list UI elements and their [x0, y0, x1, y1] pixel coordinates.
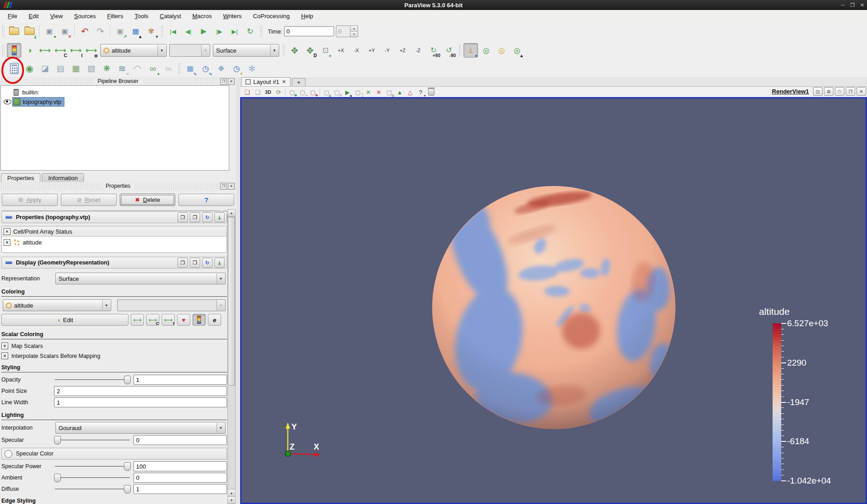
rescale-to-temporal-range-icon[interactable]: ⟷t [69, 43, 83, 58]
paste-properties-icon[interactable]: ❒ [190, 212, 200, 222]
menu-filters[interactable]: Filters [103, 11, 127, 21]
point-size-input[interactable] [54, 386, 227, 396]
close-tab-icon[interactable]: ✕ [282, 79, 286, 85]
plot-selection-over-time-icon[interactable]: ◷∿ [198, 61, 213, 76]
next-frame-icon[interactable]: |▶ [212, 24, 227, 39]
probe-plot-icon[interactable]: ❖ [214, 61, 228, 76]
save-defaults-icon[interactable]: ⤓ [214, 212, 225, 222]
panel-splitter[interactable] [236, 77, 240, 504]
interpolate-checkbox[interactable] [1, 352, 8, 359]
visibility-eye-icon[interactable] [4, 99, 11, 104]
ambient-input[interactable] [133, 473, 227, 483]
edit-legend-button[interactable]: e [208, 314, 221, 326]
color-palette-icon[interactable]: ✾▾ [144, 24, 158, 39]
play-icon[interactable]: ▶ [197, 24, 211, 39]
scrollbar-thumb[interactable] [228, 217, 235, 386]
menu-catalyst[interactable]: Catalyst [156, 11, 185, 21]
rotate-90-cw-icon[interactable]: ↻+90 [426, 43, 441, 58]
specular-power-slider[interactable] [54, 462, 131, 470]
save-defaults-icon[interactable]: ⤓ [214, 258, 225, 268]
close-panel-button[interactable]: ✕ [228, 78, 235, 85]
interpolation-select[interactable]: Gouraud▼ [55, 422, 226, 434]
selection-display-icon[interactable]: ▦▲ [128, 24, 143, 39]
selection-help-icon[interactable]: ?● [416, 88, 425, 97]
select-points-polygon-icon[interactable]: ▢✕ [332, 88, 342, 97]
rescale-data-range-button[interactable]: ⟷ [131, 314, 144, 326]
diffuse-input[interactable] [133, 484, 227, 494]
specular-power-input[interactable] [133, 461, 227, 471]
set-view-minus-y-icon[interactable]: -Y [380, 43, 394, 58]
properties-scrollbar[interactable]: ▲ ▲ ▼ [227, 209, 236, 504]
tab-layout-1[interactable]: Layout #1 ✕ [241, 77, 291, 86]
help-button[interactable]: ? [178, 194, 234, 206]
component-combo[interactable]: ▼ [169, 44, 210, 57]
coloring-component-select[interactable]: ▼ [117, 299, 226, 311]
connect-server-icon[interactable]: ▣● [42, 24, 57, 39]
copy-properties-icon[interactable]: ❐ [177, 212, 188, 222]
edit-color-map-button[interactable]: ◑Edit [1, 314, 128, 326]
group-datasets-icon[interactable]: ∞● [146, 61, 160, 76]
select-cells-polygon-icon[interactable]: ▢▲ [322, 88, 331, 97]
set-view-plus-z-icon[interactable]: +Z [395, 43, 410, 58]
select-cells-through-icon[interactable]: ▢✚ [308, 88, 318, 97]
choose-preset-button[interactable]: ♥ [177, 314, 190, 326]
rescale-custom-range-button[interactable]: ⟷C [146, 314, 159, 326]
specular-input[interactable] [133, 435, 227, 445]
first-frame-icon[interactable]: |◀ [166, 24, 180, 39]
line-width-input[interactable] [54, 397, 227, 407]
interpolate-row[interactable]: Interpolate Scalars Before Mapping [1, 352, 227, 359]
save-screenshot-icon[interactable]: ❑ [242, 88, 252, 97]
calculator-icon[interactable] [7, 61, 21, 76]
stream-tracer-icon[interactable]: ≋○ [115, 61, 129, 76]
tab-properties[interactable]: Properties [1, 173, 40, 182]
representation-combo[interactable]: Surface▼ [213, 44, 279, 57]
color-array-combo[interactable]: altitude▼ [100, 44, 167, 57]
set-view-minus-z-icon[interactable]: -Z [411, 43, 425, 58]
extract-subset-icon[interactable]: ▧ [84, 61, 99, 76]
reset-button[interactable]: ⊘Reset [61, 194, 117, 206]
menu-writers[interactable]: Writers [219, 11, 246, 21]
plot-over-line-icon[interactable]: ▦∿ [183, 61, 197, 76]
set-view-plus-x-icon[interactable]: +X [334, 43, 348, 58]
map-scalars-checkbox[interactable] [1, 343, 8, 349]
scroll-up-icon[interactable]: ▲ [228, 210, 235, 217]
rotate-90-ccw-icon[interactable]: ↺-90 [442, 43, 456, 58]
undo-icon[interactable]: ↶ [78, 24, 92, 39]
copy-properties-icon[interactable]: ❐ [177, 258, 188, 268]
menu-macros[interactable]: Macros [188, 11, 216, 21]
float-panel-button[interactable]: ❐ [220, 78, 227, 85]
scroll-up-icon[interactable]: ▲ [228, 489, 235, 496]
clip-icon[interactable]: ◪ [38, 61, 52, 76]
delete-button[interactable]: ✖Delete [120, 194, 176, 206]
split-horizontal-button[interactable]: ◫ [813, 87, 823, 96]
disconnect-server-icon[interactable]: ▣✕ [58, 24, 72, 39]
map-scalars-row[interactable]: Map Scalars [1, 343, 227, 349]
last-frame-icon[interactable]: ▶| [227, 24, 242, 39]
edit-color-map-icon[interactable]: ◑ [22, 43, 37, 58]
menu-sources[interactable]: Sources [70, 11, 100, 21]
contour-icon[interactable]: ◉ [22, 61, 37, 76]
minimize-button[interactable]: ─ [841, 2, 845, 8]
interactive-select-cells-icon[interactable]: ▢⁚ [353, 88, 363, 97]
interactive-select-points-icon[interactable]: ✕ [364, 88, 373, 97]
auto-apply-icon[interactable]: ▣↗ [113, 24, 128, 39]
reload-defaults-icon[interactable]: ↻ [202, 258, 212, 268]
menu-file[interactable]: File [4, 11, 21, 21]
close-button[interactable]: ✕ [860, 2, 864, 8]
clear-selection-icon[interactable] [426, 88, 436, 97]
slice-icon[interactable]: ▤ [53, 61, 68, 76]
split-vertical-button[interactable]: ⊟ [824, 87, 833, 96]
tab-information[interactable]: Information [42, 173, 84, 182]
show-center-of-rotation-icon[interactable]: ◎ [479, 43, 493, 58]
array-status-checkbox[interactable] [4, 228, 10, 235]
opacity-input[interactable] [133, 375, 227, 385]
array-status-header[interactable]: Cell/Point Array Status [2, 226, 227, 237]
scroll-down-icon[interactable]: ▼ [228, 496, 235, 504]
menu-help[interactable]: Help [297, 11, 317, 21]
adjust-camera-icon[interactable]: ⟳ [274, 88, 283, 97]
specular-slider[interactable] [54, 436, 131, 444]
copy-screenshot-icon[interactable]: ❑ [253, 88, 262, 97]
render-view-name[interactable]: RenderView1 [772, 88, 809, 95]
menu-tools[interactable]: Tools [130, 11, 152, 21]
show-orientation-axes-icon[interactable]: ⟂● [463, 43, 478, 58]
